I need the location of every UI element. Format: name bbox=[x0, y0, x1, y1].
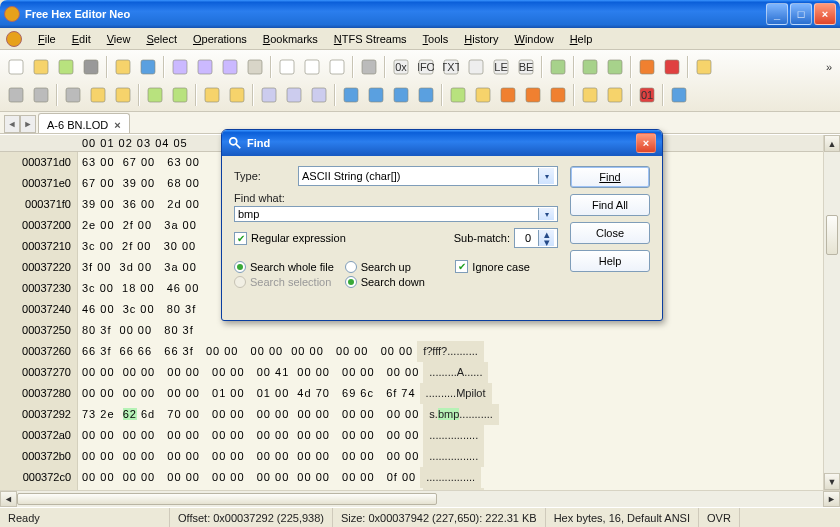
plugin2-icon[interactable] bbox=[660, 55, 684, 79]
hex-ascii[interactable]: ................ bbox=[423, 446, 484, 467]
hex-bytes[interactable]: 3f 00 3d 00 3a 00 bbox=[78, 257, 201, 278]
print-icon[interactable] bbox=[243, 55, 267, 79]
hex-bytes[interactable]: 00 00 00 00 00 00 00 00 00 00 00 00 00 0… bbox=[78, 446, 423, 467]
open-volume-icon[interactable] bbox=[111, 55, 135, 79]
find-prev-icon[interactable] bbox=[389, 83, 413, 107]
insert-icon[interactable] bbox=[225, 83, 249, 107]
hscroll-thumb[interactable] bbox=[17, 493, 437, 505]
find-what-input[interactable]: bmp ▾ bbox=[234, 206, 558, 222]
open-disk-icon[interactable] bbox=[79, 55, 103, 79]
new-file-icon[interactable] bbox=[4, 55, 28, 79]
menu-file[interactable]: File bbox=[30, 31, 64, 47]
lock-icon[interactable] bbox=[578, 83, 602, 107]
file-tab-close-icon[interactable]: × bbox=[114, 119, 120, 131]
settings-icon[interactable] bbox=[692, 55, 716, 79]
search-down-radio[interactable]: Search down bbox=[345, 276, 448, 288]
hex-row[interactable]: 0003726066 3f 66 66 66 3f 00 00 00 00 00… bbox=[0, 341, 840, 362]
hex-bytes[interactable]: 80 3f 00 00 80 3f bbox=[78, 320, 198, 341]
hex-ascii[interactable]: .........A...... bbox=[423, 362, 488, 383]
menu-select[interactable]: Select bbox=[138, 31, 185, 47]
hex-bytes[interactable]: 00 00 00 00 00 00 00 00 00 00 00 00 00 0… bbox=[78, 425, 423, 446]
horizontal-scrollbar[interactable]: ◄ ► bbox=[0, 490, 840, 507]
menu-view[interactable]: View bbox=[99, 31, 139, 47]
hex-bytes[interactable]: 2e 00 2f 00 3a 00 bbox=[78, 215, 201, 236]
refresh-icon[interactable] bbox=[136, 55, 160, 79]
hex-bytes[interactable]: 00 00 00 00 00 00 00 00 00 41 00 00 00 0… bbox=[78, 362, 423, 383]
find-dialog-close-button[interactable]: × bbox=[636, 133, 656, 153]
encoding-txt-icon[interactable]: TXT bbox=[439, 55, 463, 79]
hex-ascii[interactable]: ................ bbox=[423, 425, 484, 446]
search-up-radio[interactable]: Search up bbox=[345, 260, 448, 273]
save-as-icon[interactable] bbox=[193, 55, 217, 79]
close-doc-icon[interactable] bbox=[300, 55, 324, 79]
endian-le-icon[interactable]: LE bbox=[489, 55, 513, 79]
file-tab[interactable]: A-6 BN.LOD × bbox=[38, 113, 130, 133]
hex-ascii[interactable]: ..........Mpilot bbox=[420, 383, 492, 404]
bookmark-icon[interactable] bbox=[496, 83, 520, 107]
hex-row[interactable]: 000372d000 00 00 00 00 00 00 00 00 00 00… bbox=[0, 488, 840, 490]
plugin1-icon[interactable] bbox=[635, 55, 659, 79]
hex-bytes[interactable]: 00 00 00 00 00 00 01 00 01 00 4d 70 69 6… bbox=[78, 383, 420, 404]
encoding-hex-icon[interactable]: 0x bbox=[389, 55, 413, 79]
search-whole-file-radio[interactable]: Search whole file bbox=[234, 260, 337, 273]
hex-ascii[interactable]: f?fff?.......... bbox=[417, 341, 484, 362]
checksum-icon[interactable]: 01 bbox=[635, 83, 659, 107]
hex-bytes[interactable]: 63 00 67 00 63 00 bbox=[78, 152, 204, 173]
menu-edit[interactable]: Edit bbox=[64, 31, 99, 47]
menu-ntfs-streams[interactable]: NTFS Streams bbox=[326, 31, 415, 47]
link-icon[interactable] bbox=[357, 55, 381, 79]
encoding-html-icon[interactable] bbox=[464, 55, 488, 79]
copy-icon[interactable] bbox=[86, 83, 110, 107]
find-all-button[interactable]: Find All bbox=[570, 194, 650, 216]
hex-row[interactable]: 0003725080 3f 00 00 80 3f bbox=[0, 320, 840, 341]
hex-row[interactable]: 0003729273 2e 62 6d 70 00 00 00 00 00 00… bbox=[0, 404, 840, 425]
vertical-scrollbar[interactable]: ▲ ▼ bbox=[823, 135, 840, 490]
goto2-icon[interactable] bbox=[471, 83, 495, 107]
find-icon[interactable] bbox=[578, 55, 602, 79]
menu-window[interactable]: Window bbox=[507, 31, 562, 47]
maximize-button[interactable]: □ bbox=[790, 3, 812, 25]
scroll-down-icon[interactable]: ▼ bbox=[824, 473, 840, 490]
hex-bytes[interactable]: 46 00 3c 00 80 3f bbox=[78, 299, 200, 320]
hex-bytes[interactable]: 73 2e 62 6d 70 00 00 00 00 00 00 00 00 0… bbox=[78, 404, 423, 425]
hex-bytes[interactable]: 3c 00 18 00 46 00 bbox=[78, 278, 203, 299]
hex-bytes[interactable]: 00 00 00 00 00 00 00 00 00 00 00 00 00 0… bbox=[78, 467, 420, 488]
find-button[interactable]: Find bbox=[570, 166, 650, 188]
highlight-icon[interactable] bbox=[446, 83, 470, 107]
hex-ascii[interactable]: ................ bbox=[420, 467, 481, 488]
find-tool-icon[interactable] bbox=[339, 83, 363, 107]
copy-hex-icon[interactable] bbox=[143, 83, 167, 107]
scroll-thumb[interactable] bbox=[826, 215, 838, 255]
select-none-icon[interactable] bbox=[282, 83, 306, 107]
open-file-icon[interactable] bbox=[29, 55, 53, 79]
scroll-right-icon[interactable]: ► bbox=[823, 491, 840, 507]
regex-checkbox[interactable]: ✔ Regular expression bbox=[234, 232, 346, 245]
close-all-icon[interactable] bbox=[325, 55, 349, 79]
save-icon[interactable] bbox=[168, 55, 192, 79]
hex-row[interactable]: 000372b000 00 00 00 00 00 00 00 00 00 00… bbox=[0, 446, 840, 467]
help-button[interactable]: Help bbox=[570, 250, 650, 272]
tab-scroll-right[interactable]: ► bbox=[20, 115, 36, 133]
hex-bytes[interactable]: 00 00 00 00 00 00 00 00 00 00 00 00 00 0… bbox=[78, 488, 423, 490]
paste-icon[interactable] bbox=[111, 83, 135, 107]
hex-row[interactable]: 0003728000 00 00 00 00 00 01 00 01 00 4d… bbox=[0, 383, 840, 404]
menu-tools[interactable]: Tools bbox=[415, 31, 457, 47]
ignore-case-checkbox[interactable]: ✔ Ignore case bbox=[455, 260, 558, 273]
type-combo[interactable]: ASCII String (char[]) ▾ bbox=[298, 166, 558, 186]
hex-ascii[interactable]: s.bmp........... bbox=[423, 404, 499, 425]
menu-bookmarks[interactable]: Bookmarks bbox=[255, 31, 326, 47]
hex-row[interactable]: 0003727000 00 00 00 00 00 00 00 00 41 00… bbox=[0, 362, 840, 383]
hex-row[interactable]: 000372c000 00 00 00 00 00 00 00 00 00 00… bbox=[0, 467, 840, 488]
cut-icon[interactable] bbox=[61, 83, 85, 107]
hex-bytes[interactable]: 67 00 39 00 68 00 bbox=[78, 173, 204, 194]
unlock-icon[interactable] bbox=[603, 83, 627, 107]
menu-help[interactable]: Help bbox=[562, 31, 601, 47]
hex-bytes[interactable]: 3c 00 2f 00 30 00 bbox=[78, 236, 200, 257]
find-next-icon[interactable] bbox=[364, 83, 388, 107]
minimize-button[interactable]: _ bbox=[766, 3, 788, 25]
fill-icon[interactable] bbox=[200, 83, 224, 107]
goto-icon[interactable] bbox=[603, 55, 627, 79]
tab-scroll-left[interactable]: ◄ bbox=[4, 115, 20, 133]
save-all-icon[interactable] bbox=[218, 55, 242, 79]
redo-icon[interactable] bbox=[29, 83, 53, 107]
